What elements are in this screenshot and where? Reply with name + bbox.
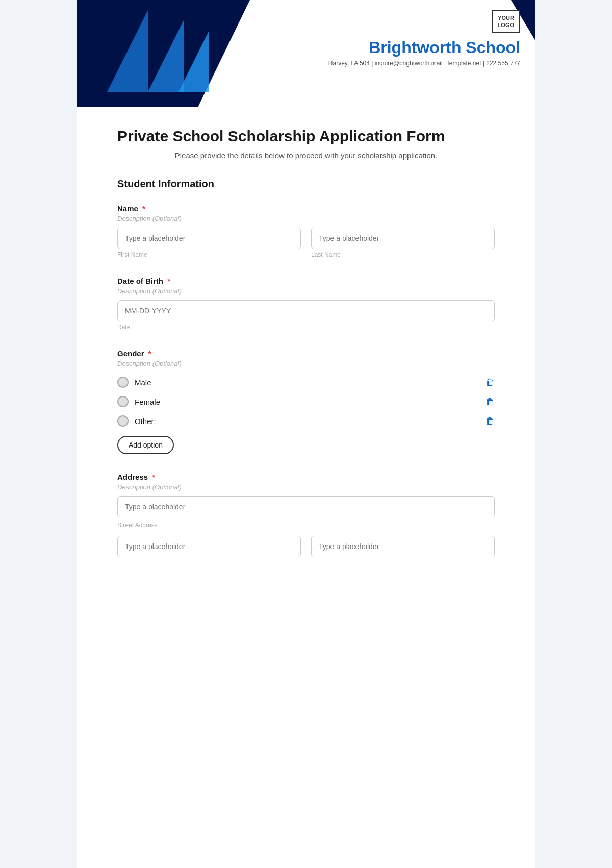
header-triangle-3 bbox=[178, 31, 209, 92]
state-wrapper bbox=[311, 536, 495, 557]
address-description: Description (Optional) bbox=[117, 483, 495, 491]
dob-sublabel: Date bbox=[117, 324, 495, 331]
dob-description: Description (Optional) bbox=[117, 287, 495, 295]
dob-field-group: Date of Birth * Description (Optional) D… bbox=[117, 277, 495, 331]
radio-circle-other[interactable] bbox=[117, 415, 129, 427]
city-input[interactable] bbox=[117, 536, 301, 557]
name-field-group: Name * Description (Optional) First Name… bbox=[117, 204, 495, 258]
name-input-row: First Name Last Name bbox=[117, 228, 495, 258]
header-triangle-1 bbox=[107, 10, 148, 92]
gender-description: Description (Optional) bbox=[117, 360, 495, 367]
logo-box: YOURLOGO bbox=[492, 10, 520, 33]
first-name-input[interactable] bbox=[117, 228, 301, 249]
radio-label-other: Other: bbox=[135, 417, 156, 426]
name-label: Name * bbox=[117, 204, 495, 213]
delete-icon-male[interactable]: 🗑 bbox=[486, 377, 495, 388]
header-content: YOURLOGO Brightworth School Harvey, LA 5… bbox=[328, 10, 520, 67]
name-description: Description (Optional) bbox=[117, 215, 495, 222]
header: YOURLOGO Brightworth School Harvey, LA 5… bbox=[76, 0, 536, 107]
address-label: Address * bbox=[117, 473, 495, 481]
form-body: Private School Scholarship Application F… bbox=[76, 107, 536, 606]
dob-required-star: * bbox=[167, 277, 170, 285]
radio-label-male: Male bbox=[135, 378, 151, 387]
school-contact: Harvey, LA 504 | inquire@brightworth.mai… bbox=[328, 60, 520, 67]
radio-circle-female[interactable] bbox=[117, 396, 129, 407]
radio-label-female: Female bbox=[135, 398, 160, 406]
address-bottom-inputs bbox=[117, 536, 495, 557]
last-name-sublabel: Last Name bbox=[311, 251, 495, 258]
state-input[interactable] bbox=[311, 536, 495, 557]
gender-field-group: Gender * Description (Optional) Male 🗑 F… bbox=[117, 349, 495, 454]
delete-icon-other[interactable]: 🗑 bbox=[486, 416, 495, 427]
gender-required-star: * bbox=[148, 349, 151, 358]
last-name-wrapper: Last Name bbox=[311, 228, 495, 258]
dob-input[interactable] bbox=[117, 300, 495, 321]
last-name-input[interactable] bbox=[311, 228, 495, 249]
page-wrapper: YOURLOGO Brightworth School Harvey, LA 5… bbox=[76, 0, 536, 868]
city-wrapper bbox=[117, 536, 301, 557]
first-name-sublabel: First Name bbox=[117, 251, 301, 258]
street-sublabel: Street Address bbox=[117, 522, 495, 529]
street-address-input[interactable] bbox=[117, 496, 495, 517]
add-option-label: Add option bbox=[129, 441, 163, 449]
dob-label: Date of Birth * bbox=[117, 277, 495, 285]
section-title: Student Information bbox=[117, 178, 495, 190]
gender-label: Gender * bbox=[117, 349, 495, 358]
school-name: Brightworth School bbox=[328, 38, 520, 57]
gender-option-female: Female 🗑 bbox=[117, 392, 495, 411]
add-option-button[interactable]: Add option bbox=[117, 436, 174, 454]
form-title: Private School Scholarship Application F… bbox=[117, 128, 495, 145]
gender-option-other: Other: 🗑 bbox=[117, 411, 495, 431]
first-name-wrapper: First Name bbox=[117, 228, 301, 258]
address-required-star: * bbox=[152, 473, 155, 481]
form-subtitle: Please provide the details below to proc… bbox=[117, 151, 495, 160]
address-field-group: Address * Description (Optional) Street … bbox=[117, 473, 495, 557]
name-required-star: * bbox=[142, 204, 145, 213]
radio-circle-male[interactable] bbox=[117, 377, 129, 388]
delete-icon-female[interactable]: 🗑 bbox=[486, 396, 495, 407]
gender-option-male: Male 🗑 bbox=[117, 373, 495, 392]
